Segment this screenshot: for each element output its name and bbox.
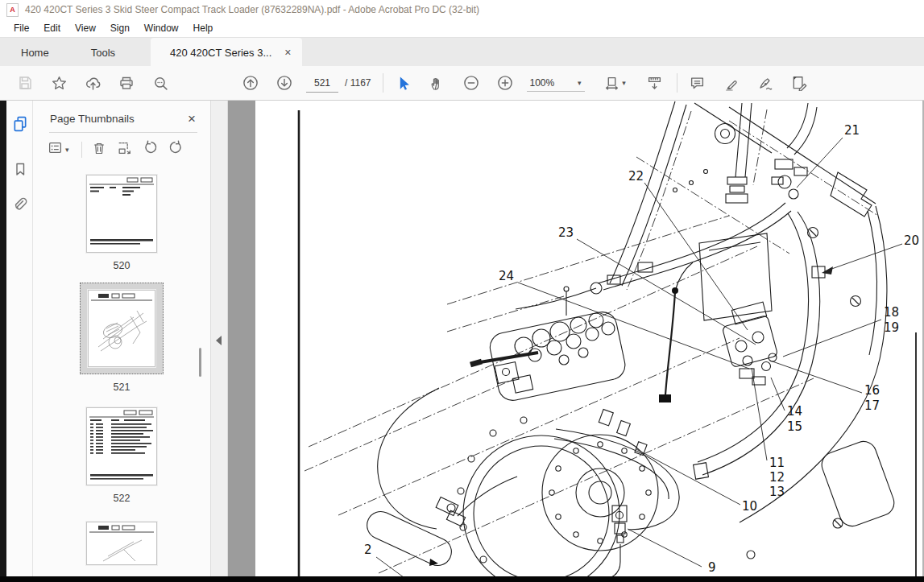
paperclip-icon <box>12 197 27 216</box>
collapse-panel-icon[interactable] <box>216 336 222 345</box>
thumbnail-page-522[interactable]: 522 <box>33 407 210 504</box>
favorite-button[interactable] <box>47 71 71 95</box>
acrobat-window: A 420 420CT Series 3 Skid Steer Compact … <box>0 0 924 582</box>
thumbnail-preview <box>88 290 155 367</box>
attachments-panel-button[interactable] <box>6 192 33 220</box>
callout-label: 22 <box>628 169 644 184</box>
cloud-upload-icon <box>85 76 101 91</box>
save-button[interactable] <box>13 71 37 95</box>
drive-motor <box>458 417 658 582</box>
panel-scrollbar[interactable] <box>199 348 201 377</box>
fountain-pen-icon <box>757 75 773 91</box>
fill-sign-button[interactable] <box>787 71 811 95</box>
thumbnail-selection-box <box>80 283 164 374</box>
highlighter-icon <box>723 76 739 91</box>
page-number-input[interactable] <box>306 74 338 93</box>
acrobat-glyph: A <box>10 6 15 14</box>
star-icon <box>52 76 67 91</box>
thumbnail-preview <box>86 407 157 485</box>
tab-document-label: 420 420CT Series 3... <box>170 47 271 59</box>
callout-label: 23 <box>558 225 574 240</box>
thumbnail-page-521[interactable]: 521 <box>33 283 210 393</box>
tab-home[interactable]: Home <box>0 38 70 67</box>
thumbnail-page-next-partial[interactable] <box>33 522 210 565</box>
callout-label: 24 <box>499 269 514 283</box>
leader-lines <box>376 138 902 582</box>
rotate-cw-button[interactable] <box>168 140 184 159</box>
arrow-up-circle-icon <box>242 75 259 91</box>
menu-item-edit[interactable]: Edit <box>36 20 68 36</box>
window-title: 420 420CT Series 3 Skid Steer Compact Tr… <box>25 4 479 15</box>
rotate-ccw-button[interactable] <box>143 140 158 159</box>
next-page-button[interactable] <box>272 71 296 95</box>
crop-page-button[interactable] <box>117 140 132 159</box>
chevron-down-icon: ▾ <box>578 79 582 87</box>
thumbnail-options-button[interactable]: ▾ <box>48 140 69 159</box>
highlight-button[interactable] <box>719 71 744 95</box>
menu-item-view[interactable]: View <box>68 20 103 36</box>
workspace: Page Thumbnails × ▾ <box>0 101 924 582</box>
bookmarks-panel-button[interactable] <box>6 157 33 184</box>
callout-label: 19 <box>884 320 899 335</box>
tab-tools[interactable]: Tools <box>70 38 136 67</box>
page-thumbnails-panel-button[interactable] <box>6 112 33 139</box>
save-icon <box>18 76 32 90</box>
callout-label: 10 <box>742 499 757 514</box>
thumbnail-page-label: 521 <box>114 382 131 393</box>
plus-circle-icon <box>497 75 513 91</box>
zoom-out-button[interactable] <box>459 71 483 95</box>
menu-item-help[interactable]: Help <box>186 20 221 36</box>
printer-icon <box>119 76 134 90</box>
search-button[interactable] <box>148 71 172 95</box>
callout-label: 15 <box>787 419 802 434</box>
callout-label: 11 <box>769 456 785 470</box>
callout-label: 13 <box>769 485 785 499</box>
pointer-icon <box>396 76 411 91</box>
search-icon <box>153 76 168 91</box>
comment-button[interactable] <box>686 71 710 95</box>
sign-button[interactable] <box>753 71 777 95</box>
callout-label: 21 <box>844 123 860 138</box>
previous-page-button[interactable] <box>238 71 263 95</box>
fit-width-button[interactable] <box>643 71 667 95</box>
thumbnail-page-label: 520 <box>114 260 131 271</box>
panel-close-icon[interactable]: × <box>188 112 196 126</box>
page-thumbnails-icon <box>12 116 28 135</box>
panel-splitter[interactable] <box>211 101 228 582</box>
delete-page-button[interactable] <box>92 141 106 159</box>
thumbnail-page-520[interactable]: 520 <box>33 175 210 271</box>
arrow-down-circle-icon <box>276 75 292 91</box>
ruler-down-icon <box>647 76 662 91</box>
hose-fittings <box>363 409 708 570</box>
menu-item-sign[interactable]: Sign <box>103 20 137 36</box>
bottom-edge-bar <box>0 576 924 582</box>
tab-close-icon[interactable]: × <box>284 47 291 58</box>
tab-document[interactable]: 420 420CT Series 3... × <box>151 38 302 67</box>
acrobat-app-icon: A <box>6 3 19 17</box>
comment-icon <box>690 76 705 91</box>
callout-label: 9 <box>708 560 716 575</box>
callout-label: 12 <box>769 470 785 485</box>
scroll-mode-icon <box>604 76 619 91</box>
tab-bar: Home Tools 420 420CT Series 3... × <box>0 37 924 67</box>
thumbnail-preview <box>86 175 157 253</box>
page-display-button[interactable]: ▾ <box>598 71 633 95</box>
wire-harness <box>659 262 693 402</box>
hand-tool-button[interactable] <box>425 71 450 95</box>
menu-bar: File Edit View Sign Window Help <box>0 19 924 37</box>
callout-label: 14 <box>787 404 802 419</box>
panel-toolbar: ▾ <box>33 133 210 163</box>
print-button[interactable] <box>114 71 139 95</box>
zoom-in-button[interactable] <box>493 71 517 95</box>
solenoid-valve <box>699 233 778 385</box>
menu-item-file[interactable]: File <box>6 20 36 36</box>
rotate-counterclockwise-icon <box>143 140 158 159</box>
hand-icon <box>429 76 445 91</box>
zoom-level-dropdown[interactable]: 100% ▾ <box>527 74 585 92</box>
left-edge-strip <box>0 101 6 582</box>
select-tool-button[interactable] <box>392 71 416 95</box>
menu-item-window[interactable]: Window <box>137 20 186 36</box>
callout-label: 16 <box>864 383 880 398</box>
callout-label: 20 <box>904 233 919 248</box>
share-button[interactable] <box>81 71 105 95</box>
